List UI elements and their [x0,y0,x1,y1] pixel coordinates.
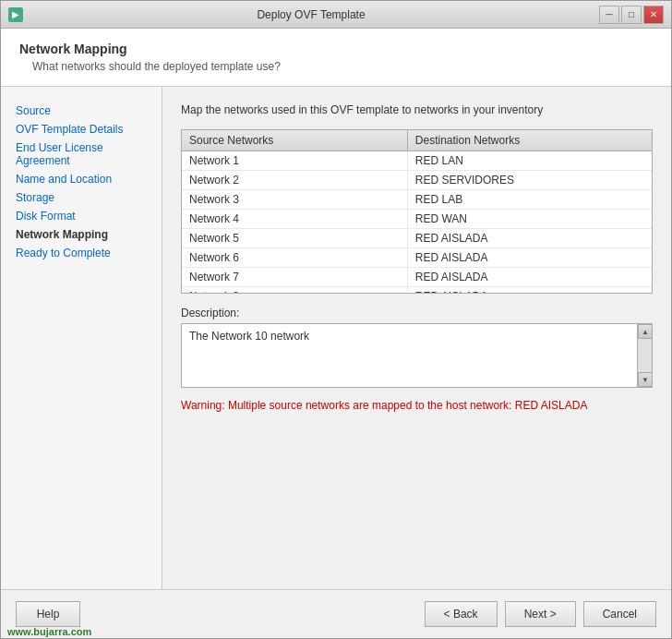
description-box: The Network 10 network ▲ ▼ [181,323,653,388]
sidebar-item-ready-to-complete[interactable]: Ready to Complete [1,244,162,262]
scroll-down-btn[interactable]: ▼ [638,372,653,387]
sidebar: SourceOVF Template DetailsEnd User Licen… [1,87,162,589]
title-bar: ▶ Deploy OVF Template ─ □ ✕ [1,1,671,29]
sidebar-item-eula[interactable]: End User License Agreement [1,139,162,170]
table-row[interactable]: Network 6RED AISLADA [182,248,652,268]
help-button[interactable]: Help [16,601,80,627]
sidebar-item-ovf-template-details[interactable]: OVF Template Details [1,120,162,139]
back-button[interactable]: < Back [425,601,498,627]
sidebar-item-source[interactable]: Source [1,102,162,120]
main-window: ▶ Deploy OVF Template ─ □ ✕ Network Mapp… [0,0,672,639]
table-row[interactable]: Network 5RED AISLADA [182,229,652,248]
table-row[interactable]: Network 8RED AISLADA [182,287,652,295]
window-title: Deploy OVF Template [23,8,599,21]
footer: Help < Back Next > Cancel [1,589,671,638]
table-row[interactable]: Network 3RED LAB [182,190,652,210]
sidebar-item-disk-format[interactable]: Disk Format [1,207,162,225]
source-network-cell: Network 7 [182,268,407,287]
description-section: Description: The Network 10 network ▲ ▼ [181,307,653,388]
description-content: The Network 10 network [189,330,309,343]
sidebar-item-name-location[interactable]: Name and Location [1,170,162,188]
description-scrollbar[interactable]: ▲ ▼ [637,324,652,387]
network-table-wrapper: Source Networks Destination Networks Net… [181,129,653,294]
source-network-cell: Network 2 [182,171,407,190]
header-subtitle: What networks should the deployed templa… [19,60,653,73]
destination-network-cell: RED WAN [407,210,652,229]
destination-network-cell: RED AISLADA [407,229,652,248]
col-destination: Destination Networks [407,130,652,151]
window-controls: ─ □ ✕ [599,6,664,24]
header-section: Network Mapping What networks should the… [1,29,671,87]
col-source: Source Networks [182,130,407,151]
scroll-track [638,339,652,372]
destination-network-cell: RED LAB [407,190,652,210]
next-button[interactable]: Next > [505,601,576,627]
source-network-cell: Network 8 [182,287,407,295]
header-title: Network Mapping [19,42,653,56]
mapping-description: Map the networks used in this OVF templa… [181,103,653,116]
sidebar-item-storage[interactable]: Storage [1,188,162,207]
warning-text: Warning: Multiple source networks are ma… [181,399,653,412]
close-button[interactable]: ✕ [643,6,664,24]
source-network-cell: Network 4 [182,210,407,229]
table-row[interactable]: Network 7RED AISLADA [182,268,652,287]
table-scroll-area[interactable]: Source Networks Destination Networks Net… [182,130,652,294]
content-area: SourceOVF Template DetailsEnd User Licen… [1,87,671,589]
table-row[interactable]: Network 1RED LAN [182,151,652,171]
destination-network-cell: RED AISLADA [407,248,652,268]
app-icon: ▶ [8,7,23,22]
network-table: Source Networks Destination Networks Net… [182,130,652,294]
sidebar-item-network-mapping: Network Mapping [1,225,162,244]
main-content: Map the networks used in this OVF templa… [162,87,671,589]
scroll-up-btn[interactable]: ▲ [638,324,653,339]
source-network-cell: Network 3 [182,190,407,210]
source-network-cell: Network 1 [182,151,407,171]
destination-network-cell: RED AISLADA [407,268,652,287]
watermark: www.bujarra.com [7,626,91,637]
footer-right-buttons: < Back Next > Cancel [425,601,656,627]
cancel-button[interactable]: Cancel [583,601,656,627]
destination-network-cell: RED SERVIDORES [407,171,652,190]
minimize-button[interactable]: ─ [599,6,619,24]
description-label: Description: [181,307,653,320]
table-row[interactable]: Network 2RED SERVIDORES [182,171,652,190]
destination-network-cell: RED AISLADA [407,287,652,295]
destination-network-cell: RED LAN [407,151,652,171]
table-row[interactable]: Network 4RED WAN [182,210,652,229]
source-network-cell: Network 5 [182,229,407,248]
maximize-button[interactable]: □ [621,6,642,24]
source-network-cell: Network 6 [182,248,407,268]
